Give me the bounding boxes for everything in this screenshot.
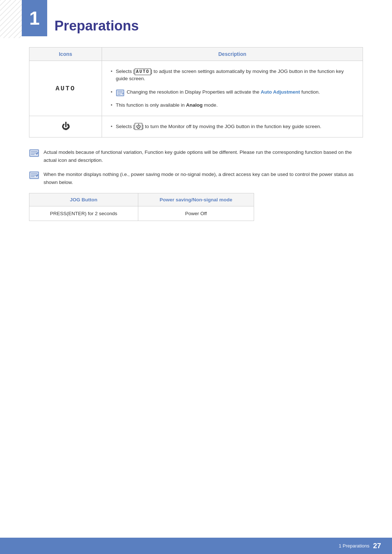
note-icon-2: [29, 171, 39, 179]
desc-item-2-text: Changing the resolution in Display Prope…: [127, 89, 320, 96]
footer-label: 1 Preparations: [339, 543, 369, 549]
desc-item-2: Changing the resolution in Display Prope…: [109, 87, 355, 100]
desc-item-3: This function is only available in Analo…: [109, 100, 355, 110]
page-title: Preparations: [54, 11, 370, 34]
col-header-icons: Icons: [29, 48, 102, 61]
table-row: PRESS(ENTER) for 2 seconds Power Off: [29, 206, 254, 221]
title-area: Preparations: [0, 0, 392, 40]
desc-auto: Selects [AUTO] to adjust the screen sett…: [102, 61, 363, 116]
note-inline-icon: [116, 89, 124, 97]
note-row-2: When the monitor displays nothing (i.e.,…: [29, 171, 363, 186]
note-icon-1: [29, 149, 39, 157]
col-header-description: Description: [102, 48, 363, 61]
chapter-number: 1: [29, 9, 40, 28]
page-number: 27: [373, 542, 381, 550]
jog-action: PRESS(ENTER) for 2 seconds: [29, 206, 138, 221]
desc-list-power: Selects [⏻] to turn the Monitor off by m…: [109, 122, 355, 132]
desc-power-item: Selects [⏻] to turn the Monitor off by m…: [109, 122, 355, 132]
desc-sub-list: Changing the resolution in Display Prope…: [109, 87, 355, 111]
table-row: AUTO Selects [AUTO] to adjust the screen…: [29, 61, 363, 116]
icon-auto: AUTO: [29, 61, 102, 116]
power-result: Power Off: [138, 206, 254, 221]
chapter-block: 1: [22, 0, 47, 36]
col-jog-button: JOG Button: [29, 193, 138, 206]
main-content: Icons Description AUTO Selects [AUTO] to…: [0, 40, 392, 250]
desc-item-1: Selects [AUTO] to adjust the screen sett…: [109, 66, 355, 84]
page-footer: 1 Preparations 27: [0, 538, 392, 554]
power-symbol: ⏻: [62, 122, 70, 131]
icon-power: ⏻: [29, 116, 102, 138]
table-row: ⏻ Selects [⏻] to turn the Monitor off by…: [29, 116, 363, 138]
jog-table: JOG Button Power saving/Non-signal mode …: [29, 193, 254, 221]
desc-power: Selects [⏻] to turn the Monitor off by m…: [102, 116, 363, 138]
note-text-2: When the monitor displays nothing (i.e.,…: [44, 171, 363, 186]
icons-table: Icons Description AUTO Selects [AUTO] to…: [29, 47, 363, 138]
col-power-mode: Power saving/Non-signal mode: [138, 193, 254, 206]
note-row-1: Actual models because of functional vari…: [29, 148, 363, 164]
note-text-1: Actual models because of functional vari…: [44, 148, 363, 164]
desc-list-auto: Selects [AUTO] to adjust the screen sett…: [109, 66, 355, 84]
